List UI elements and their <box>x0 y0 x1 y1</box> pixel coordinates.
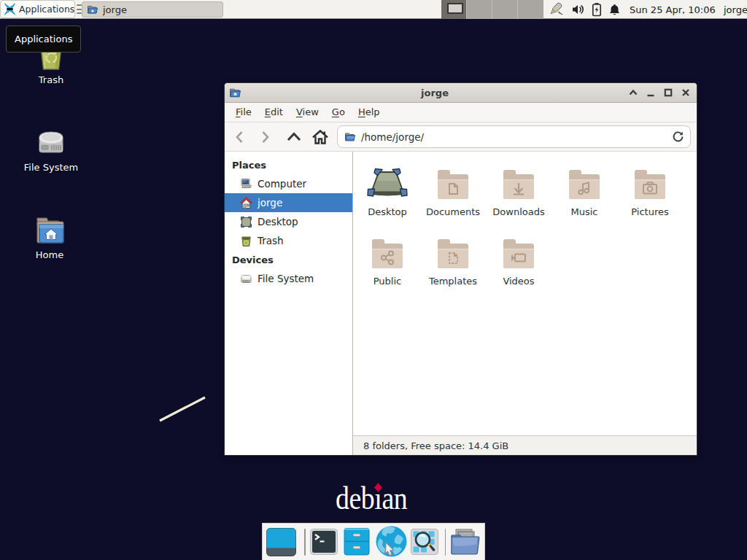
sidebar-item-label: Trash <box>258 235 284 246</box>
battery-icon[interactable] <box>592 2 602 17</box>
file-manager-icon[interactable] <box>450 528 481 556</box>
file-label: Templates <box>429 276 477 287</box>
desktop-icon-file-system[interactable]: File System <box>16 125 86 173</box>
stylus-icon[interactable] <box>548 1 565 18</box>
file-cabinet-icon[interactable] <box>344 528 370 556</box>
home-icon <box>240 197 252 209</box>
desktop-stray-line <box>156 393 210 427</box>
file-videos[interactable]: Videos <box>486 235 551 287</box>
file-music[interactable]: Music <box>551 166 617 217</box>
trash-icon <box>240 235 252 247</box>
file-public[interactable]: Public <box>355 235 420 287</box>
file-desktop[interactable]: Desktop <box>355 166 420 217</box>
file-manager-window: jorge File Edit View Go Help <box>224 82 697 456</box>
templates-folder-icon <box>434 235 472 273</box>
file-label: Downloads <box>492 206 544 217</box>
panel-clock[interactable]: Sun 25 Apr, 10:06 <box>630 0 716 19</box>
workspace-window-preview <box>447 3 463 14</box>
workspace-1[interactable] <box>441 0 467 19</box>
home-button[interactable] <box>308 125 333 149</box>
sidebar-item-desktop[interactable]: Desktop <box>225 212 352 231</box>
file-label: Public <box>374 276 401 287</box>
shade-button[interactable] <box>628 88 638 98</box>
maximize-button[interactable] <box>663 88 673 98</box>
volume-icon[interactable] <box>571 3 585 16</box>
desktop-small-icon <box>240 216 252 228</box>
applications-tooltip: Applications <box>6 26 81 52</box>
side-pane: Places Computer <box>225 152 353 455</box>
file-templates[interactable]: Templates <box>420 235 486 287</box>
location-bar[interactable]: /home/jorge/ <box>337 125 691 148</box>
statusbar: 8 folders, Free space: 14.4 GiB <box>353 435 697 455</box>
workspace-3[interactable] <box>492 0 518 19</box>
pathbar-folder-icon <box>344 131 356 143</box>
sidebar-item-file-system[interactable]: File System <box>225 269 352 288</box>
hard-drive-icon <box>34 125 69 160</box>
desktop-icon-home[interactable]: Home <box>15 212 85 260</box>
workspace-4[interactable] <box>518 0 543 19</box>
documents-folder-icon <box>434 166 472 203</box>
system-tray <box>548 0 621 19</box>
desktop-icon-label: File System <box>24 162 78 173</box>
panel-grip-handle[interactable] <box>77 4 82 14</box>
file-label: Documents <box>426 206 480 217</box>
reload-icon[interactable] <box>672 131 684 143</box>
minimize-button[interactable] <box>646 88 656 98</box>
applications-menu-button[interactable]: Applications <box>0 0 75 18</box>
sidebar-section-devices: Devices <box>225 251 352 269</box>
file-label: Pictures <box>631 206 668 217</box>
file-pictures[interactable]: Pictures <box>617 166 683 217</box>
open-folder-icon <box>87 4 98 15</box>
videos-folder-icon <box>500 235 538 273</box>
sidebar-section-places: Places <box>225 156 352 174</box>
public-folder-icon <box>368 235 406 273</box>
workspace-pager[interactable] <box>441 0 543 19</box>
location-path[interactable]: /home/jorge/ <box>361 131 667 143</box>
terminal-icon[interactable] <box>310 529 338 555</box>
sidebar-item-trash[interactable]: Trash <box>225 231 352 250</box>
desktop-icon-label: Trash <box>39 74 63 85</box>
notification-bell-icon[interactable] <box>608 3 621 17</box>
application-finder-icon[interactable] <box>411 529 438 555</box>
statusbar-text: 8 folders, Free space: 14.4 GiB <box>363 440 508 451</box>
menu-go[interactable]: Go <box>325 103 352 122</box>
web-browser-icon[interactable] <box>375 526 408 559</box>
forward-button[interactable] <box>252 125 277 149</box>
workspace-2[interactable] <box>467 0 492 19</box>
menu-edit[interactable]: Edit <box>258 103 290 122</box>
desktop-folder-icon <box>365 166 409 203</box>
downloads-folder-icon <box>500 166 538 203</box>
show-desktop-icon[interactable] <box>266 528 296 556</box>
applications-menu-label: Applications <box>19 4 74 15</box>
menu-view[interactable]: View <box>290 103 325 122</box>
up-button[interactable] <box>282 125 306 149</box>
computer-icon <box>240 178 252 190</box>
back-button[interactable] <box>228 125 252 149</box>
sidebar-item-label: Desktop <box>258 216 298 228</box>
toolbar: /home/jorge/ <box>225 122 697 152</box>
menubar: File Edit View Go Help <box>225 103 697 122</box>
debian-logo: debıan <box>336 479 407 517</box>
panel-user-label[interactable]: jorge <box>724 0 747 19</box>
sidebar-item-computer[interactable]: Computer <box>225 174 352 193</box>
sidebar-item-label: jorge <box>258 197 282 209</box>
sidebar-item-label: File System <box>258 273 314 284</box>
file-documents[interactable]: Documents <box>420 166 486 217</box>
sidebar-item-jorge[interactable]: jorge <box>225 193 352 212</box>
menu-help[interactable]: Help <box>352 103 387 122</box>
titlebar[interactable]: jorge <box>225 83 697 103</box>
taskbar-window-button[interactable]: jorge <box>82 1 223 18</box>
bottom-dock <box>262 523 485 560</box>
menu-file[interactable]: File <box>229 103 258 122</box>
window-folder-icon <box>229 87 241 99</box>
close-button[interactable] <box>681 88 691 98</box>
debian-logo-text: deb <box>336 480 374 516</box>
file-label: Desktop <box>368 206 407 217</box>
drive-icon <box>240 273 252 285</box>
taskbar-window-label: jorge <box>103 4 127 15</box>
file-icon-view[interactable]: Desktop Documents <box>353 152 697 435</box>
home-folder-icon <box>32 212 67 247</box>
sidebar-item-label: Computer <box>258 178 306 190</box>
file-downloads[interactable]: Downloads <box>486 166 551 217</box>
window-title: jorge <box>241 88 628 98</box>
